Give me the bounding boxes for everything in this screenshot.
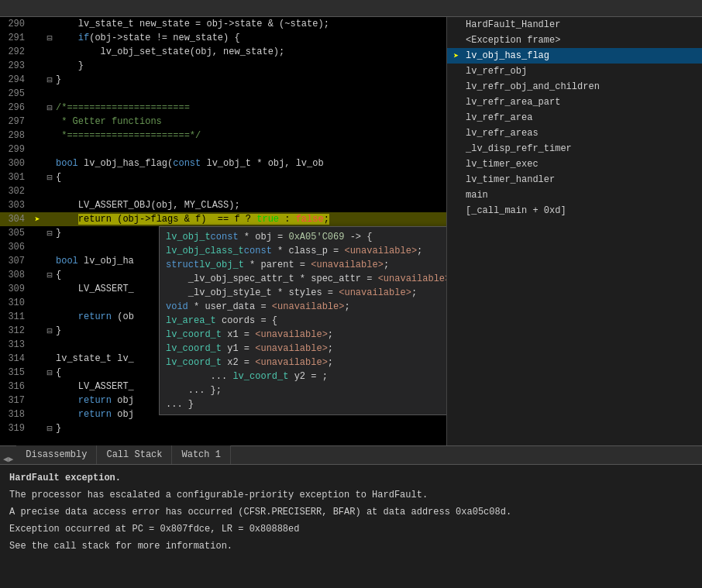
line-code: lv_state_t new_state = obj->state & (~st… xyxy=(56,19,446,29)
line-expand[interactable]: ⊟ xyxy=(43,228,56,239)
code-line: 296⊟/*====================== xyxy=(0,101,446,115)
line-number: 299 xyxy=(0,144,31,155)
call-stack-item[interactable]: lv_timer_handler xyxy=(447,172,702,187)
code-line: 302 xyxy=(0,184,446,198)
bottom-tab[interactable]: Watch 1 xyxy=(172,445,230,464)
line-code: } xyxy=(56,74,446,85)
line-expand[interactable]: ⊟ xyxy=(43,367,56,379)
call-stack-label: lv_obj_has_flag xyxy=(466,50,549,61)
code-line: 301⊟{ xyxy=(0,170,446,184)
line-number: 293 xyxy=(0,60,31,71)
call-stack-item[interactable]: [_call_main + 0xd] xyxy=(447,203,702,218)
call-stack-item[interactable]: HardFault_Handler xyxy=(447,17,702,33)
call-stack-item[interactable]: main xyxy=(447,187,702,203)
call-stack-item[interactable]: ➤lv_obj_has_flag xyxy=(447,48,702,64)
line-number: 311 xyxy=(0,311,31,322)
output-line: The processor has escalated a configurab… xyxy=(9,488,693,502)
line-number: 319 xyxy=(0,423,31,434)
line-code: LV_ASSERT_OBJ(obj, MY_CLASS); xyxy=(56,200,446,211)
call-stack-label: HardFault_Handler xyxy=(466,19,560,30)
tooltip-line: _lv_obj_style_t * styles = <unavailable>… xyxy=(166,286,446,300)
line-expand[interactable]: ⊟ xyxy=(43,33,56,44)
line-number: 312 xyxy=(0,325,31,336)
tooltip-line: _lv_obj_spec_attr_t * spec_attr = <unava… xyxy=(166,272,446,286)
line-number: 294 xyxy=(0,74,31,85)
code-line: 294⊟} xyxy=(0,73,446,87)
tooltip-line: struct lv_obj_t * parent = <unavailable>… xyxy=(166,258,446,272)
line-number: 318 xyxy=(0,409,31,420)
line-number: 310 xyxy=(0,297,31,308)
bottom-tab[interactable]: Disassembly xyxy=(16,445,97,464)
line-number: 301 xyxy=(0,172,31,183)
code-line: 319⊟} xyxy=(0,421,446,435)
call-stack-label: _lv_disp_refr_timer xyxy=(466,143,572,154)
tooltip-line: lv_obj_class_t const * class_p = <unavai… xyxy=(166,244,446,258)
output-line: See the call stack for more information. xyxy=(9,539,693,553)
line-code: *======================*/ xyxy=(56,130,446,141)
line-arrow: ➤ xyxy=(31,214,43,225)
call-stack-item[interactable]: _lv_disp_refr_timer xyxy=(447,141,702,156)
bottom-tabs-bar: ◀▶ DisassemblyCall StackWatch 1 xyxy=(0,445,702,464)
code-line: 293 } xyxy=(0,59,446,73)
call-stack-label: lv_refr_areas xyxy=(466,128,539,139)
line-number: 296 xyxy=(0,102,31,113)
tooltip-line: lv_coord_t x2 = <unavailable>; xyxy=(166,356,446,370)
line-number: 300 xyxy=(0,158,31,169)
output-line: Exception occurred at PC = 0x807fdce, LR… xyxy=(9,522,693,536)
tooltip-line: ... }; xyxy=(166,383,446,397)
output-line: HardFault exception. xyxy=(9,471,693,485)
call-stack-item[interactable]: lv_refr_area_part xyxy=(447,95,702,110)
call-stack-label: [_call_main + 0xd] xyxy=(466,205,566,216)
line-code: return (obj->flags & f) == f ? true : fa… xyxy=(56,214,446,225)
line-number: 315 xyxy=(0,367,31,378)
right-panel: HardFault_Handler<Exception frame>➤lv_ob… xyxy=(446,17,702,445)
code-line: 297 * Getter functions xyxy=(0,115,446,129)
code-line: 292 lv_obj_set_state(obj, new_state); xyxy=(0,45,446,59)
code-line: 303 LV_ASSERT_OBJ(obj, MY_CLASS); xyxy=(0,198,446,212)
code-line: 290 lv_state_t new_state = obj->state & … xyxy=(0,17,446,31)
tab-arrows[interactable]: ◀▶ xyxy=(0,454,16,464)
output-panel: HardFault exception.The processor has es… xyxy=(0,464,702,588)
call-stack-label: lv_refr_area xyxy=(466,112,532,123)
line-number: 298 xyxy=(0,130,31,141)
call-stack-label: lv_refr_obj xyxy=(466,66,527,77)
tooltip-line: ... } xyxy=(166,397,446,411)
call-stack-label: lv_timer_handler xyxy=(466,174,555,185)
line-number: 295 xyxy=(0,88,31,99)
line-number: 302 xyxy=(0,186,31,197)
call-stack-label: lv_refr_obj_and_children xyxy=(466,81,600,92)
tooltip-line: lv_area_t coords = { xyxy=(166,314,446,328)
call-stack-label: lv_refr_area_part xyxy=(466,97,560,108)
line-number: 316 xyxy=(0,381,31,392)
line-code: /*====================== xyxy=(56,102,446,113)
code-line: 304➤ return (obj->flags & f) == f ? true… xyxy=(0,212,446,226)
line-expand[interactable]: ⊟ xyxy=(43,102,56,114)
title-bar xyxy=(0,0,702,17)
line-expand[interactable]: ⊟ xyxy=(43,423,56,435)
bottom-tab[interactable]: Call Stack xyxy=(97,445,172,464)
line-number: 305 xyxy=(0,228,31,239)
main-area: 290 lv_state_t new_state = obj->state & … xyxy=(0,17,702,445)
line-expand[interactable]: ⊟ xyxy=(43,172,56,184)
call-stack-item[interactable]: <Exception frame> xyxy=(447,33,702,48)
line-expand[interactable]: ⊟ xyxy=(43,270,56,281)
call-stack-item[interactable]: lv_refr_areas xyxy=(447,126,702,141)
line-number: 303 xyxy=(0,200,31,211)
line-expand[interactable]: ⊟ xyxy=(43,325,56,337)
call-stack-item[interactable]: lv_timer_exec xyxy=(447,156,702,172)
line-expand[interactable]: ⊟ xyxy=(43,74,56,86)
line-number: 292 xyxy=(0,46,31,57)
call-stack-item[interactable]: lv_refr_area xyxy=(447,110,702,126)
code-line: 300bool lv_obj_has_flag(const lv_obj_t *… xyxy=(0,156,446,170)
call-stack-item[interactable]: lv_refr_obj_and_children xyxy=(447,79,702,95)
call-stack-item[interactable]: lv_refr_obj xyxy=(447,64,702,79)
line-number: 291 xyxy=(0,33,31,43)
tooltip-popup: lv_obj_t const * obj = 0xA05'C069 -> { l… xyxy=(159,226,446,415)
line-code: * Getter functions xyxy=(56,116,446,127)
line-number: 290 xyxy=(0,19,31,29)
line-code: if(obj->state != new_state) { xyxy=(56,33,446,43)
line-code: lv_obj_set_state(obj, new_state); xyxy=(56,46,446,57)
tooltip-line: lv_coord_t y1 = <unavailable>; xyxy=(166,342,446,356)
line-number: 317 xyxy=(0,395,31,406)
tooltip-header: lv_obj_t const * obj = 0xA05'C069 -> { xyxy=(166,230,446,244)
